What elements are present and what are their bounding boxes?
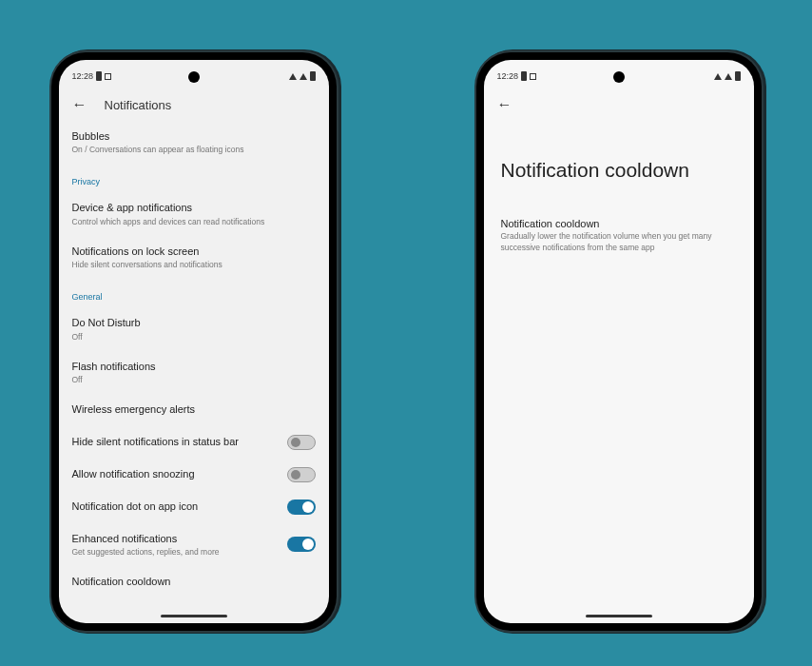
toggle-snoozing[interactable] (287, 467, 316, 482)
setting-title: Hide silent notifications in status bar (72, 435, 287, 449)
home-indicator[interactable] (161, 615, 227, 617)
toggle-enhanced[interactable] (287, 537, 316, 552)
signal-icon (300, 73, 307, 80)
setting-title: Notification cooldown (72, 575, 316, 589)
setting-subtitle: On / Conversations can appear as floatin… (72, 145, 316, 155)
battery-icon (310, 71, 316, 81)
setting-subtitle: Get suggested actions, replies, and more (72, 547, 287, 558)
back-button[interactable]: ← (72, 96, 87, 113)
setting-subtitle: Hide silent conversations and notificati… (72, 260, 316, 270)
setting-subtitle: Off (72, 375, 316, 385)
page-large-title: Notification cooldown (484, 121, 754, 208)
setting-title: Notifications on lock screen (72, 245, 316, 259)
toggle-dot[interactable] (287, 500, 316, 515)
battery-icon (96, 71, 102, 81)
setting-title: Notification cooldown (501, 218, 737, 229)
status-icon (105, 73, 111, 80)
setting-subtitle: Gradually lower the notification volume … (501, 231, 737, 254)
setting-device-app-notifications[interactable]: Device & app notifications Control which… (72, 192, 316, 235)
setting-snoozing[interactable]: Allow notification snoozing (72, 459, 316, 491)
status-time: 12:28 (497, 71, 519, 81)
setting-flash[interactable]: Flash notifications Off (72, 351, 316, 394)
wifi-icon (289, 73, 297, 80)
phone-screen-left: 12:28 ← Notifications Bubbles On / Conve… (59, 60, 329, 623)
section-header-privacy: Privacy (72, 177, 316, 186)
setting-subtitle: Off (72, 332, 316, 343)
status-time: 12:28 (72, 71, 94, 81)
status-icon (530, 73, 536, 80)
app-bar: ← (484, 88, 754, 121)
setting-hide-silent[interactable]: Hide silent notifications in status bar (72, 426, 316, 459)
wifi-icon (714, 73, 722, 80)
signal-icon (725, 73, 732, 80)
setting-cooldown[interactable]: Notification cooldown (72, 566, 316, 597)
setting-dnd[interactable]: Do Not Disturb Off (72, 307, 316, 350)
toggle-hide-silent[interactable] (287, 435, 316, 450)
setting-lock-screen[interactable]: Notifications on lock screen Hide silent… (72, 236, 316, 279)
setting-title: Device & app notifications (72, 201, 316, 215)
setting-bubbles[interactable]: Bubbles On / Conversations can appear as… (72, 121, 316, 164)
phone-frame-right: 12:28 ← Notification cooldown Notificati… (476, 52, 762, 631)
phone-frame-left: 12:28 ← Notifications Bubbles On / Conve… (51, 52, 337, 631)
setting-title: Bubbles (72, 129, 316, 144)
setting-title: Enhanced notifications (72, 532, 287, 546)
section-header-general: General (72, 292, 316, 302)
setting-wireless-alerts[interactable]: Wireless emergency alerts (72, 394, 316, 425)
setting-title: Notification dot on app icon (72, 500, 287, 514)
app-bar: ← Notifications (59, 88, 329, 121)
setting-title: Flash notifications (72, 360, 316, 374)
setting-subtitle: Control which apps and devices can read … (72, 217, 316, 227)
page-title: Notifications (105, 98, 172, 112)
setting-title: Wireless emergency alerts (72, 402, 316, 417)
setting-cooldown-detail[interactable]: Notification cooldown Gradually lower th… (484, 208, 754, 264)
home-indicator[interactable] (586, 615, 652, 617)
setting-title: Do Not Disturb (72, 316, 316, 330)
battery-icon (735, 71, 741, 81)
camera-cutout (613, 71, 625, 83)
battery-icon (521, 71, 527, 81)
setting-dot[interactable]: Notification dot on app icon (72, 491, 316, 523)
setting-title: Allow notification snoozing (72, 467, 287, 481)
phone-screen-right: 12:28 ← Notification cooldown Notificati… (484, 60, 754, 623)
back-button[interactable]: ← (497, 96, 512, 113)
camera-cutout (188, 71, 200, 83)
setting-enhanced[interactable]: Enhanced notifications Get suggested act… (72, 523, 316, 566)
